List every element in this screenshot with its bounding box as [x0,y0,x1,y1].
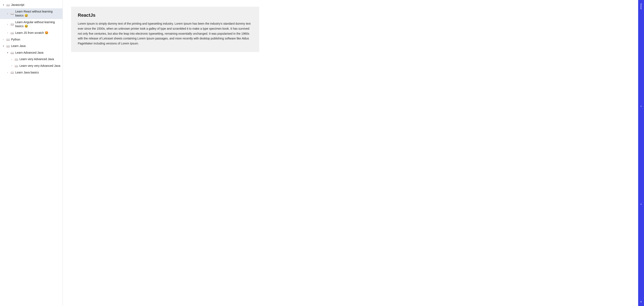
chevron-down-icon: ▾ [2,44,5,48]
right-panel-reload[interactable]: Reload [638,2,644,11]
right-panel-te[interactable]: te [638,299,644,304]
book-icon: 📖 [10,51,14,54]
book-icon: 📖 [10,22,14,26]
sidebar-item-python[interactable]: › 📖 Python [0,36,62,43]
chevron-down-icon: ▾ [6,51,9,54]
sidebar-item-learn-advanced-java[interactable]: ▾ 📖 Learn Advanced Java [0,49,62,56]
sidebar-item-label: Learn Java basics [15,71,61,75]
sidebar: ▾ 📖 Javascript › 📖 Learn React without l… [0,0,63,306]
book-icon: 📖 [15,58,18,61]
chevron-right-icon: › [6,12,9,15]
chevron-right-icon: › [10,64,14,68]
book-icon: 📖 [15,64,18,68]
right-panel-c[interactable]: C [638,104,644,109]
sidebar-item-label: Learn Advanced Java [15,51,61,55]
sidebar-item-react[interactable]: › 📖 Learn React without learning basics … [0,8,62,19]
chevron-right-icon: › [6,31,9,35]
chevron-right-icon: › [6,22,9,26]
sidebar-item-label: Learn very very Advanced Java [20,64,61,68]
chevron-down-icon: ▾ [2,3,5,7]
sidebar-item-javascript[interactable]: ▾ 📖 Javascript [0,2,62,8]
content-title: ReactJs [78,12,252,18]
sidebar-item-label: Learn React without learning basics 😅 [15,9,61,18]
sidebar-item-label: Learn JS from scratch 🤩 [15,31,61,35]
chevron-right-icon: › [10,58,14,61]
sidebar-item-learn-java[interactable]: ▾ 📖 Learn Java [0,43,62,49]
sidebar-item-label: Javascript [11,3,61,7]
sidebar-item-label: Learn Angular without learning basics 😅 [15,20,61,28]
right-panel: Reload C S te [638,0,644,306]
book-icon: 📖 [10,12,14,15]
sidebar-item-label: Learn Java [11,44,61,48]
chevron-right-icon: › [6,71,9,74]
book-icon: 📖 [6,38,10,41]
book-icon: 📖 [10,71,14,74]
sidebar-item-label: Learn very Advanced Java [20,57,61,61]
sidebar-item-learn-very-very-advanced-java[interactable]: › 📖 Learn very very Advanced Java [0,63,62,69]
sidebar-item-learn-very-advanced-java[interactable]: › 📖 Learn very Advanced Java [0,56,62,63]
sidebar-item-learn-java-basics[interactable]: › 📖 Learn Java basics [0,69,62,76]
sidebar-item-label: Python [11,38,61,42]
book-icon: 📖 [10,31,14,35]
main-content: ReactJs Lorem Ipsum is simply dummy text… [63,0,638,306]
sidebar-item-angular[interactable]: › 📖 Learn Angular without learning basic… [0,19,62,30]
book-icon: 📖 [6,3,10,7]
right-panel-s[interactable]: S [638,202,644,206]
content-box: ReactJs Lorem Ipsum is simply dummy text… [71,7,259,52]
chevron-right-icon: › [2,38,5,41]
content-body: Lorem Ipsum is simply dummy text of the … [78,21,252,46]
book-icon: 📖 [6,44,10,48]
sidebar-item-js-scratch[interactable]: › 📖 Learn JS from scratch 🤩 [0,30,62,36]
